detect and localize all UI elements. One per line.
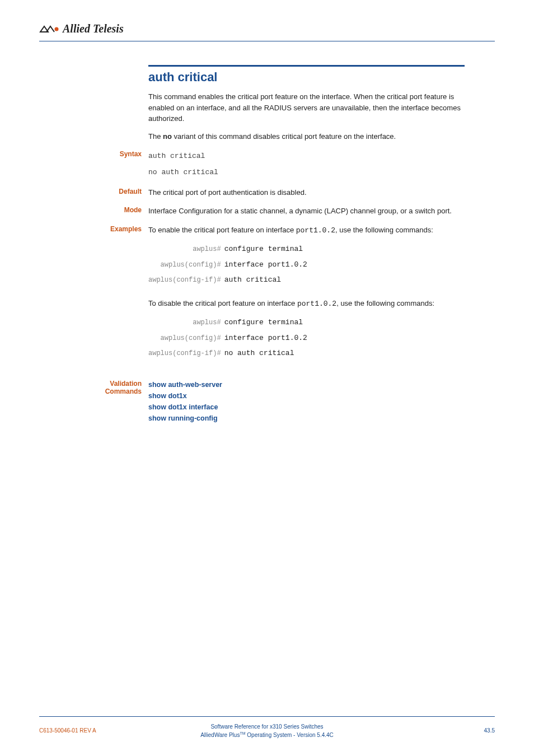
example-line: awplus(config)# interface port1.0.2 xyxy=(148,257,307,273)
validation-row: Validation Commands show auth-web-server… xyxy=(39,379,495,424)
page-footer: C613-50046-01 REV A Software Reference f… xyxy=(39,716,495,739)
validation-label: Validation Commands xyxy=(39,379,148,395)
section-divider xyxy=(148,65,465,67)
link-show-running-config[interactable]: show running-config xyxy=(148,413,465,424)
intro-paragraph-2: The no variant of this command disables … xyxy=(148,131,465,142)
footer-ref-line: Software Reference for x310 Series Switc… xyxy=(123,722,411,731)
page-header: Allied Telesis xyxy=(39,22,495,35)
example-block-2: awplus# configure terminal awplus(config… xyxy=(148,315,307,361)
intro-paragraph-1: This command enables the critical port f… xyxy=(148,91,465,124)
example-block-1: awplus# configure terminal awplus(config… xyxy=(148,241,307,288)
example-line: awplus(config-if)# auth critical xyxy=(148,272,307,288)
footer-divider xyxy=(39,716,495,717)
main-content: auth critical This command enables the c… xyxy=(39,65,495,424)
footer-page-number: 43.5 xyxy=(411,727,495,734)
mode-text: Interface Configuration for a static cha… xyxy=(148,206,465,217)
default-row: Default The critical port of port authen… xyxy=(39,187,495,198)
default-label: Default xyxy=(39,187,148,195)
example-line: awplus# configure terminal xyxy=(148,315,307,330)
example-line: awplus# configure terminal xyxy=(148,241,307,257)
syntax-line-2: no auth critical xyxy=(148,166,465,179)
example-line: awplus(config)# interface port1.0.2 xyxy=(148,330,307,346)
example-line: awplus(config-if)# no auth critical xyxy=(148,346,307,361)
section-heading: auth critical xyxy=(148,70,495,85)
syntax-row: Syntax auth critical no auth critical xyxy=(39,150,495,179)
examples-label: Examples xyxy=(39,225,148,233)
link-show-auth-web-server[interactable]: show auth-web-server xyxy=(148,379,465,390)
brand-logo: Allied Telesis xyxy=(39,22,124,35)
example-intro-1: To enable the critical port feature on i… xyxy=(148,225,465,236)
link-show-dot1x[interactable]: show dot1x xyxy=(148,390,465,402)
link-show-dot1x-interface[interactable]: show dot1x interface xyxy=(148,402,465,413)
syntax-line-1: auth critical xyxy=(148,150,465,162)
example-intro-2: To disable the critical port feature on … xyxy=(148,298,465,310)
syntax-label: Syntax xyxy=(39,150,148,158)
mode-label: Mode xyxy=(39,206,148,214)
footer-doc-id: C613-50046-01 REV A xyxy=(39,727,123,734)
svg-point-0 xyxy=(55,27,59,31)
brand-name: Allied Telesis xyxy=(63,22,124,35)
default-text: The critical port of port authentication… xyxy=(148,187,465,198)
examples-row: Examples To enable the critical port fea… xyxy=(39,225,495,371)
logo-icon xyxy=(39,24,59,34)
footer-version-line: AlliedWare PlusTM Operating System - Ver… xyxy=(123,731,411,739)
header-divider xyxy=(39,41,495,41)
intro-block: This command enables the critical port f… xyxy=(39,91,495,142)
mode-row: Mode Interface Configuration for a stati… xyxy=(39,206,495,217)
